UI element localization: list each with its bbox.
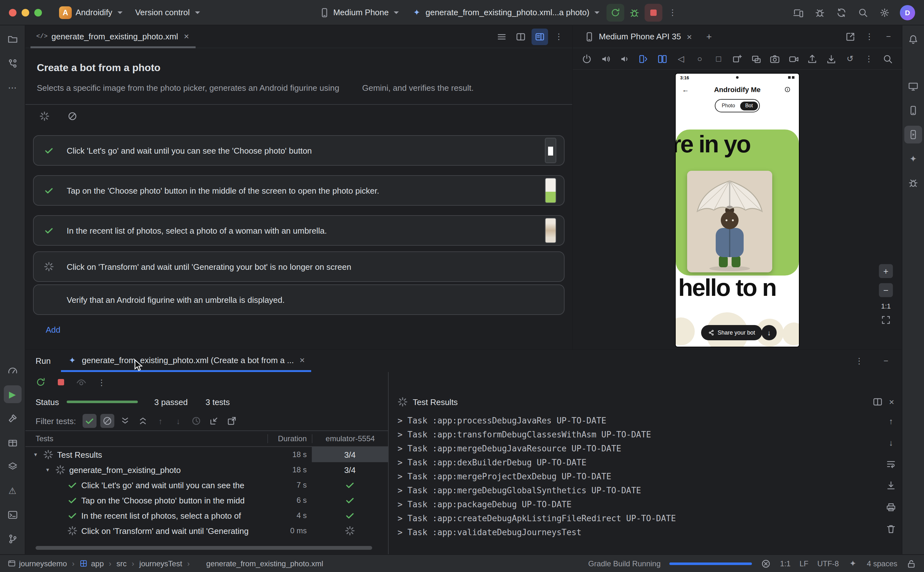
back-button[interactable]: ◁ [674,51,688,66]
zoom-out-button[interactable]: − [879,283,893,297]
device-manager-button[interactable] [904,102,922,119]
close-tab-icon[interactable]: × [184,32,189,40]
new-device-tab-button[interactable]: + [701,28,717,45]
toggle-bot-option[interactable]: Bot [740,101,758,110]
problems-button[interactable]: ⚠ [3,482,21,500]
fullscreen-window-button[interactable] [34,9,42,16]
vol-up-button[interactable] [599,51,612,66]
export-test-results-button[interactable] [224,414,238,428]
build-variants-button[interactable] [3,434,21,451]
ai-sparkle-icon[interactable]: ✦ [848,558,858,569]
expand-chevron-icon[interactable]: ▾ [32,451,39,458]
fold-button[interactable] [637,51,650,66]
split-console-icon[interactable] [873,397,883,407]
restore-button[interactable]: ↺ [844,51,857,66]
console-arrow-down-button[interactable]: ↓ [884,435,898,449]
test-tree-row[interactable]: ▾generate_from_existing_photo18 s3/4 [25,462,388,477]
profile-debug-button[interactable] [811,3,829,21]
console-scroll-end-button[interactable] [884,479,898,493]
cancel-build-icon[interactable] [761,558,771,569]
device-panel-options-button[interactable]: ⋮ [861,28,877,45]
emulator-screen[interactable]: 3:16 Androidify Me ← Photo [676,74,799,347]
stop-run-icon[interactable] [67,111,78,121]
notifications-button[interactable] [904,31,922,48]
step-screenshot-thumbnail[interactable] [545,218,556,243]
caret-position[interactable]: 1:1 [780,559,791,568]
next-failed-test-button[interactable]: ↓ [171,414,185,428]
collapse-all-button[interactable] [135,414,149,428]
tests-column-header[interactable]: Tests [25,434,268,443]
test-tree-row[interactable]: ▾Test Results18 s3/4 [25,447,388,462]
journey-step[interactable]: Tap on the 'Choose photo' button in the … [33,175,565,206]
lock-icon[interactable] [906,558,916,569]
build-button[interactable] [3,409,21,427]
show-passed-button[interactable] [82,414,96,428]
photo-bot-toggle[interactable]: Photo Bot [715,99,760,112]
running-devices-button[interactable] [904,126,922,143]
hide-run-window-button[interactable]: − [877,353,894,369]
recents-button[interactable]: □ [712,51,725,66]
app-quality-insights-button[interactable] [904,174,922,192]
zoom-in-button[interactable]: + [879,264,893,278]
journey-step[interactable]: Click on 'Transform' and wait until 'Gen… [33,252,565,282]
run-tab[interactable]: ✦ generate_from_existing_photo.xml (Crea… [61,350,311,372]
settings-button[interactable] [876,3,893,21]
line-ending-indicator[interactable]: LF [800,559,809,568]
commit-button[interactable] [3,54,21,72]
test-tree-row[interactable]: In the recent list of photos, select a p… [25,508,388,523]
add-step-link[interactable]: Add [46,325,566,334]
indent-indicator[interactable]: 4 spaces [867,559,898,568]
console-print-button[interactable] [884,500,898,514]
camera-button[interactable] [768,51,781,66]
project-button[interactable] [3,31,21,48]
editor-options-button[interactable]: ⋮ [551,28,567,45]
vol-down-button[interactable] [618,51,631,66]
download-bot-button[interactable]: ↓ [761,325,777,340]
step-screenshot-thumbnail[interactable] [545,178,556,203]
snap-box-button[interactable] [750,51,763,66]
gemini-button[interactable]: ✦ [904,150,922,168]
journey-step[interactable]: Click 'Let's go' and wait until you can … [33,135,565,166]
project-selector[interactable]: A Androidify [53,3,128,21]
zoom-to-fit-icon[interactable] [881,315,891,325]
more-tool-windows-button[interactable]: ⋯ [3,79,21,96]
list-view-button[interactable] [493,28,510,45]
test-tree-row[interactable]: Click 'Let's go' and wait until you can … [25,477,388,493]
close-console-icon[interactable]: × [889,398,894,406]
zoom-level-label[interactable]: 1:1 [881,302,891,310]
breadcrumb-item[interactable]: app [80,559,104,568]
home-button[interactable]: ○ [693,51,706,66]
breadcrumb-item[interactable]: generate_from_existing_photo.xml [195,559,323,568]
close-tab-icon[interactable]: × [687,32,692,41]
sync-button[interactable] [832,3,850,21]
design-view-button[interactable] [532,28,548,45]
stop-tests-icon[interactable] [56,377,66,387]
info-icon[interactable] [782,84,793,95]
step-screenshot-thumbnail[interactable] [545,138,556,163]
console-soft-wrap-button[interactable] [884,457,898,471]
console-arrow-up-button[interactable]: ↑ [884,414,898,428]
show-ignored-button[interactable] [100,414,114,428]
back-arrow-icon[interactable]: ← [682,86,689,93]
split-editor-button[interactable] [512,28,529,45]
sort-by-duration-button[interactable] [189,414,203,428]
encoding-indicator[interactable]: UTF-8 [817,559,839,568]
device-selector[interactable]: Medium Phone [313,5,404,20]
user-avatar[interactable]: D [900,5,915,20]
device-column-header[interactable]: emulator-5554 [312,434,388,443]
device-tab[interactable]: Medium Phone API 35 × [578,25,698,48]
close-tab-icon[interactable]: × [299,356,305,364]
unfold-button[interactable] [656,51,669,66]
device-mirroring-button[interactable] [789,3,807,21]
breadcrumb-item[interactable]: journeysdemo [8,559,67,568]
watch-options-icon[interactable] [76,377,86,387]
minimize-window-button[interactable] [22,9,29,16]
duration-column-header[interactable]: Duration [268,434,312,443]
editor-tab[interactable]: </> generate_from_existing_photo.xml × [31,25,195,48]
rerun-button[interactable] [607,3,624,21]
journey-step[interactable]: Verify that an Android figurine with an … [33,284,565,315]
device-streaming-button[interactable] [904,78,922,95]
stop-button[interactable] [645,3,663,21]
more-run-options-button[interactable]: ⋮ [664,3,681,21]
run-configuration-selector[interactable]: ✦ generate_from_existing_photo.xml...a p… [406,5,605,20]
